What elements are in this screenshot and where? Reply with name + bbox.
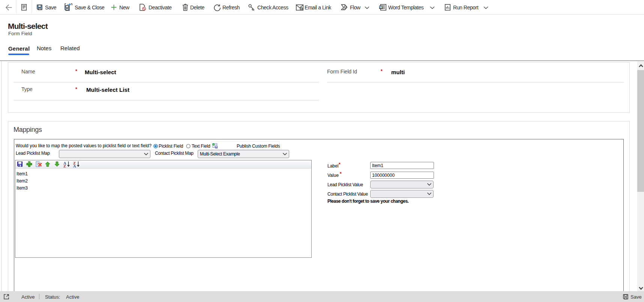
svg-text:W: W	[380, 5, 383, 9]
